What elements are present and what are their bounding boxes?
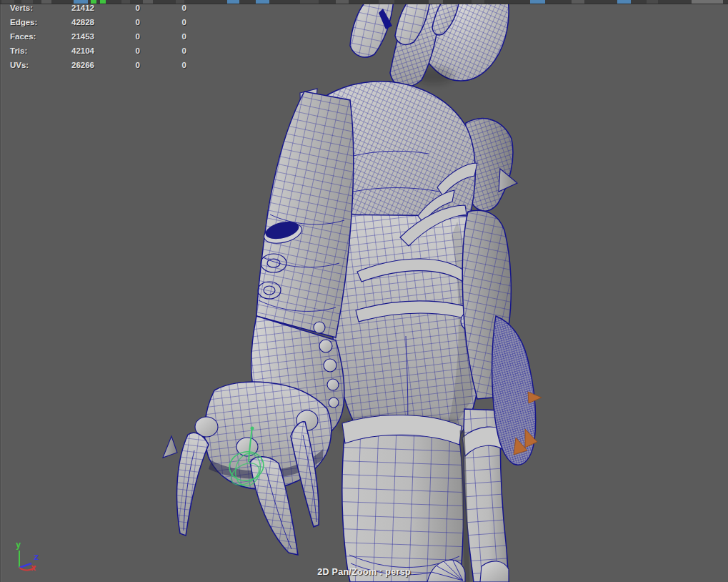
axis-z-label: z: [34, 552, 39, 562]
toolbar-icon-active[interactable]: [617, 0, 631, 4]
toolbar-icon[interactable]: [572, 0, 584, 4]
axis-x-label: x: [31, 563, 36, 573]
toolbar-icon-active[interactable]: [256, 0, 269, 4]
toolbar-icon[interactable]: [41, 0, 51, 4]
model-legs: [342, 409, 509, 582]
axis-y-label: y: [16, 540, 21, 550]
toolbar-icon[interactable]: [336, 0, 349, 4]
toolbar-bracket-icon[interactable]: [91, 0, 96, 4]
hud-value: 0: [139, 29, 186, 44]
hud-value: 0: [139, 44, 186, 58]
toolbar-icon[interactable]: [429, 0, 443, 4]
hud-label: UVs:: [10, 58, 29, 72]
toolbar-icon[interactable]: [21, 0, 33, 4]
view-axis-indicator: y z x: [7, 540, 50, 579]
hud-value: 0: [93, 29, 140, 44]
hud-label: Tris:: [10, 44, 27, 58]
toolbar-bracket-icon[interactable]: [100, 0, 106, 4]
hud-value: 0: [139, 15, 186, 29]
hud-value: 0: [93, 44, 140, 58]
toolbar-icon-active[interactable]: [74, 0, 88, 4]
hud-value: 0: [93, 15, 140, 29]
toolbar-icon[interactable]: [143, 0, 153, 4]
viewport-left-edge-highlight: [1, 4, 1, 582]
hud-value: 42104: [47, 44, 94, 58]
toolbar-icon[interactable]: [692, 0, 723, 4]
toolbar-icon[interactable]: [300, 0, 319, 4]
hud-value: 0: [93, 58, 140, 72]
viewport-3d-canvas[interactable]: [0, 0, 728, 582]
hud-label: Faces:: [10, 29, 36, 44]
hud-label: Edges:: [10, 15, 37, 29]
toolbar-icon[interactable]: [379, 0, 394, 4]
pan-zoom-status-label: 2D Pan/Zoom : persp: [317, 567, 411, 577]
z-axis-line: [19, 563, 31, 568]
toolbar-icon[interactable]: [647, 0, 658, 4]
panel-toolbar: [0, 0, 728, 4]
hud-value: 21453: [47, 29, 94, 44]
maya-viewport-window: { "hud": { "rows": [ {"label": "Verts:",…: [0, 0, 728, 582]
toolbar-icon-active[interactable]: [530, 0, 545, 4]
hud-value: 42828: [47, 15, 94, 29]
hud-value: 26266: [47, 58, 94, 72]
toolbar-icon[interactable]: [121, 0, 130, 4]
hud-value: 0: [139, 58, 186, 72]
toolbar-icon[interactable]: [176, 0, 184, 4]
toolbar-icon[interactable]: [1, 0, 14, 4]
toolbar-icon-active[interactable]: [227, 0, 239, 4]
toolbar-icon[interactable]: [472, 0, 484, 4]
